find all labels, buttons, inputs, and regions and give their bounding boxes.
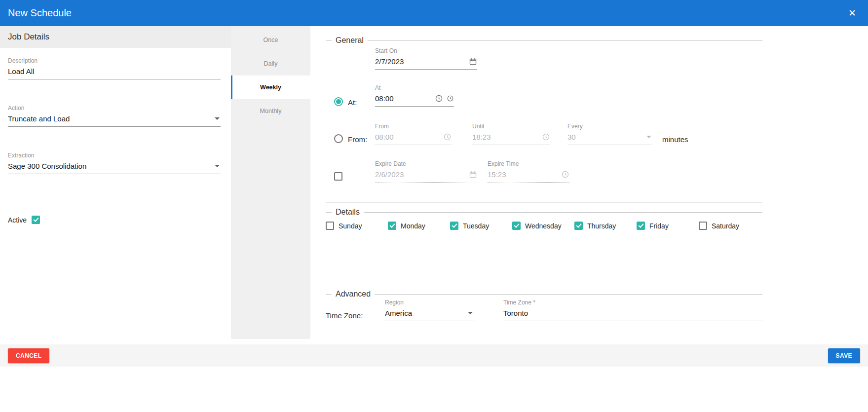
tab-daily[interactable]: Daily xyxy=(231,52,310,75)
every-select[interactable]: 30 xyxy=(567,131,652,145)
clock-icon xyxy=(542,133,550,141)
checkbox-icon[interactable] xyxy=(699,222,707,230)
tab-weekly[interactable]: Weekly xyxy=(231,75,310,99)
save-button[interactable]: SAVE xyxy=(828,348,860,363)
action-field: Action Truncate and Load xyxy=(8,105,221,127)
expire-date-label: Expire Date xyxy=(375,160,477,168)
action-label: Action xyxy=(8,105,221,112)
chevron-down-icon xyxy=(215,165,220,167)
tab-once[interactable]: Once xyxy=(231,28,310,52)
extraction-field: Extraction Sage 300 Consolidation xyxy=(8,152,221,174)
active-label: Active xyxy=(8,216,27,224)
every-field: Every 30 xyxy=(567,123,652,145)
active-row: Active xyxy=(8,216,40,224)
expire-time-label: Expire Time xyxy=(488,160,569,168)
schedule-form-panel: General Start On 2/7/2023 At: At 08:00 xyxy=(310,26,868,339)
description-field: Description Load All xyxy=(8,57,221,79)
time-picker-icon[interactable] xyxy=(447,95,454,102)
checkbox-icon[interactable] xyxy=(637,222,645,230)
cancel-button[interactable]: CANCEL xyxy=(8,348,49,363)
at-radio[interactable] xyxy=(334,97,343,106)
checkbox-icon[interactable] xyxy=(326,222,334,230)
weekday-checkbox-row: Sunday Monday Tuesday Wednesday Thursday… xyxy=(326,222,761,230)
minutes-label: minutes xyxy=(662,135,688,144)
day-sunday[interactable]: Sunday xyxy=(326,222,388,230)
job-details-title: Job Details xyxy=(8,32,49,42)
advanced-section-legend: Advanced xyxy=(326,290,762,299)
dialog-title: New Schedule xyxy=(8,7,72,19)
time-zone-row-label: Time Zone: xyxy=(326,311,363,320)
region-field: Region America xyxy=(385,299,474,321)
day-wednesday[interactable]: Wednesday xyxy=(512,222,574,230)
chevron-down-icon xyxy=(468,312,473,314)
clock-icon[interactable] xyxy=(435,94,443,103)
until-time-label: Until xyxy=(472,123,550,131)
schedule-type-tabs: Once Daily Weekly Monthly xyxy=(231,26,310,339)
expire-time-field: Expire Time 15:23 xyxy=(488,160,569,183)
action-select[interactable]: Truncate and Load xyxy=(8,112,221,127)
start-on-input[interactable]: 2/7/2023 xyxy=(375,55,477,70)
from-time-input[interactable]: 08:00 xyxy=(375,131,452,145)
from-radio[interactable] xyxy=(334,134,343,143)
chevron-down-icon xyxy=(646,136,651,138)
job-details-header: Job Details xyxy=(0,26,231,48)
day-thursday[interactable]: Thursday xyxy=(574,222,637,230)
calendar-icon xyxy=(469,170,477,179)
checkbox-icon[interactable] xyxy=(450,222,458,230)
start-on-label: Start On xyxy=(375,47,477,55)
day-tuesday[interactable]: Tuesday xyxy=(450,222,512,230)
extraction-select[interactable]: Sage 300 Consolidation xyxy=(8,160,221,174)
at-time-field: At 08:00 xyxy=(375,84,454,107)
region-select[interactable]: America xyxy=(385,307,474,321)
day-saturday[interactable]: Saturday xyxy=(699,222,761,230)
expire-date-field: Expire Date 2/6/2023 xyxy=(375,160,477,183)
clock-icon xyxy=(561,170,569,179)
description-input[interactable]: Load All xyxy=(8,65,221,79)
time-zone-input[interactable]: Toronto xyxy=(503,307,762,321)
at-time-input[interactable]: 08:00 xyxy=(375,92,454,107)
checkbox-icon[interactable] xyxy=(388,222,396,230)
until-time-field: Until 18:23 xyxy=(472,123,550,145)
expire-date-input[interactable]: 2/6/2023 xyxy=(375,168,477,183)
clock-icon xyxy=(443,133,452,141)
checkbox-icon[interactable] xyxy=(512,222,521,230)
checkbox-icon[interactable] xyxy=(574,222,583,230)
from-radio-label: From: xyxy=(348,135,367,144)
at-radio-label: At: xyxy=(348,98,357,107)
every-label: Every xyxy=(567,123,652,131)
chevron-down-icon xyxy=(215,117,220,120)
active-checkbox[interactable] xyxy=(32,216,40,224)
extraction-label: Extraction xyxy=(8,152,221,160)
from-time-label: From xyxy=(375,123,452,131)
calendar-icon[interactable] xyxy=(469,57,477,66)
expire-time-input[interactable]: 15:23 xyxy=(488,168,569,183)
title-bar: New Schedule ✕ xyxy=(0,0,868,26)
close-icon[interactable]: ✕ xyxy=(843,0,861,26)
from-time-field: From 08:00 xyxy=(375,123,452,145)
job-details-panel: Job Details Description Load All Action … xyxy=(0,26,231,339)
footer-bar: CANCEL SAVE xyxy=(0,344,868,367)
expire-checkbox[interactable] xyxy=(334,172,342,181)
until-time-input[interactable]: 18:23 xyxy=(472,131,550,145)
day-monday[interactable]: Monday xyxy=(388,222,450,230)
time-zone-label: Time Zone * xyxy=(503,299,762,307)
details-section-legend: Details xyxy=(326,208,762,217)
region-label: Region xyxy=(385,299,474,307)
at-time-label: At xyxy=(375,84,454,92)
description-label: Description xyxy=(8,57,221,65)
start-on-field: Start On 2/7/2023 xyxy=(375,47,477,70)
tab-monthly[interactable]: Monthly xyxy=(231,99,310,123)
general-section-legend: General xyxy=(326,36,762,45)
section-divider xyxy=(326,202,762,203)
day-friday[interactable]: Friday xyxy=(637,222,699,230)
new-schedule-dialog: New Schedule ✕ Job Details Description L… xyxy=(0,0,868,412)
time-zone-field: Time Zone * Toronto xyxy=(503,299,762,321)
